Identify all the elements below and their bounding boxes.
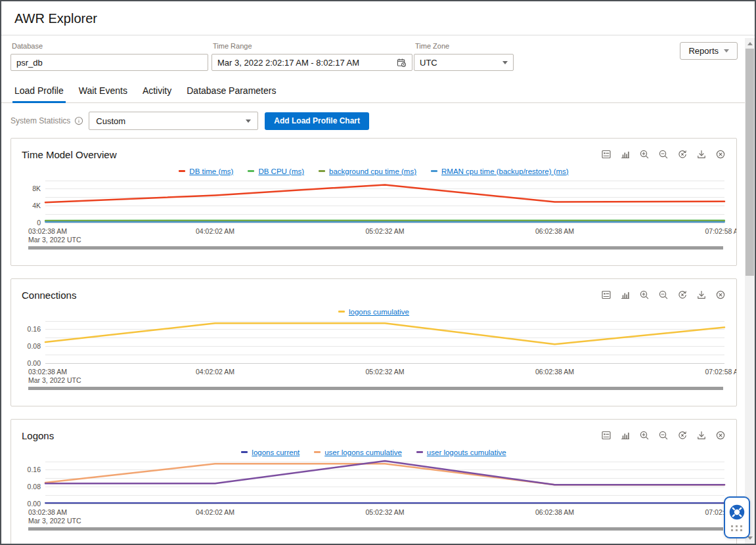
life-ring-icon[interactable] [728, 504, 745, 521]
scroll-up-arrow-icon[interactable] [745, 39, 755, 49]
legend-label[interactable]: DB CPU (ms) [258, 167, 304, 175]
legend-item: DB CPU (ms) [248, 167, 304, 175]
legend-item: logons current [241, 448, 300, 456]
legend-swatch-icon [179, 170, 185, 172]
chart-panel-logons: Logons logons currentuser logons cumulat… [11, 419, 737, 545]
chart-range-scrollbar[interactable] [28, 246, 723, 250]
chart-plot-area: 0.000.080.16 [22, 458, 726, 508]
chart-plot-area: 0.000.080.16 [22, 317, 726, 367]
chart-series-line [45, 464, 724, 485]
line-chart-svg: 0.000.080.16 [22, 317, 728, 367]
download-icon[interactable] [696, 430, 707, 441]
tab-wait-events[interactable]: Wait Events [77, 83, 129, 103]
data-table-icon[interactable] [601, 149, 611, 160]
calendar-clock-icon[interactable] [397, 58, 407, 68]
remove-chart-icon[interactable] [715, 290, 726, 300]
bar-chart-icon[interactable] [620, 149, 631, 160]
chevron-down-icon [246, 120, 251, 123]
time-range-label: Time Range [213, 42, 412, 50]
data-table-icon[interactable] [601, 290, 611, 300]
chart-panel-time-model-overview: Time Model Overview DB time (ms)DB CPU (… [11, 138, 737, 266]
chart-plot-area: 04K8K [22, 177, 726, 227]
system-statistics-row: System Statistics Custom Add Load Profil… [11, 112, 746, 130]
chart-range-scrollbar[interactable] [28, 527, 723, 531]
x-axis-tick: 03:02:38 AMMar 3, 2022 UTC [28, 508, 81, 525]
data-table-icon[interactable] [601, 430, 611, 441]
bar-chart-icon[interactable] [620, 290, 631, 300]
legend-label[interactable]: DB time (ms) [189, 167, 233, 175]
database-label: Database [12, 42, 208, 50]
zoom-in-icon[interactable] [639, 290, 650, 300]
reports-button-label: Reports [688, 46, 719, 56]
drag-handle-dots-icon[interactable] [731, 525, 743, 531]
x-axis-tick: 03:02:38 AMMar 3, 2022 UTC [28, 368, 81, 385]
reset-zoom-icon[interactable] [677, 430, 688, 441]
x-axis-tick: 07:02:58 AM [705, 368, 737, 376]
x-axis-tick: 03:02:38 AMMar 3, 2022 UTC [28, 227, 81, 244]
chart-legend: logons cumulative [22, 303, 726, 317]
legend-label[interactable]: user logons cumulative [324, 448, 402, 456]
svg-text:0.08: 0.08 [28, 483, 41, 490]
zoom-out-icon[interactable] [658, 149, 669, 160]
legend-item: DB time (ms) [179, 167, 233, 175]
time-zone-label: Time Zone [415, 42, 514, 50]
zoom-in-icon[interactable] [639, 430, 650, 441]
tab-load-profile[interactable]: Load Profile [12, 83, 66, 103]
zoom-out-icon[interactable] [658, 290, 669, 300]
tab-database-parameters[interactable]: Database Parameters [185, 83, 278, 103]
chart-series-line [45, 323, 724, 344]
vertical-scrollbar[interactable] [745, 38, 755, 544]
chart-range-scrollbar[interactable] [28, 387, 723, 390]
svg-text:8K: 8K [32, 185, 41, 192]
legend-label[interactable]: user logouts cumulative [427, 448, 506, 456]
scrollbar-thumb[interactable] [745, 49, 754, 276]
tab-bar: Load Profile Wait Events Activity Databa… [1, 83, 746, 103]
x-axis-tick: 04:02:02 AM [196, 227, 234, 236]
chart-toolbar [601, 290, 726, 300]
chart-x-axis: 03:02:38 AMMar 3, 2022 UTC04:02:02 AM05:… [22, 227, 726, 245]
chevron-down-icon [724, 49, 729, 53]
add-load-profile-chart-button[interactable]: Add Load Profile Chart [265, 112, 369, 130]
x-axis-tick: 06:02:38 AM [535, 368, 574, 376]
tab-activity[interactable]: Activity [141, 83, 173, 103]
remove-chart-icon[interactable] [715, 430, 726, 441]
reports-button[interactable]: Reports [680, 42, 738, 60]
svg-text:0.00: 0.00 [28, 359, 41, 367]
zoom-in-icon[interactable] [639, 149, 650, 160]
page-title: AWR Explorer [14, 11, 755, 26]
reset-zoom-icon[interactable] [677, 149, 688, 160]
legend-swatch-icon [319, 170, 325, 172]
legend-item: RMAN cpu time (backup/restore) (ms) [431, 167, 569, 175]
reset-zoom-icon[interactable] [677, 290, 688, 300]
chart-toolbar [601, 430, 726, 441]
controls-row: Database Time Range Mar 3, 2022 2:02:17 … [1, 35, 746, 79]
x-axis-tick: 05:02:32 AM [366, 227, 405, 236]
legend-label[interactable]: RMAN cpu time (backup/restore) (ms) [441, 167, 569, 175]
time-range-value: Mar 3, 2022 2:02:17 AM - 8:02:17 AM [217, 58, 359, 68]
download-icon[interactable] [696, 290, 707, 300]
database-input[interactable] [16, 58, 202, 68]
legend-label[interactable]: background cpu time (ms) [329, 167, 416, 175]
time-zone-select[interactable]: UTC [414, 54, 514, 71]
legend-label[interactable]: logons cumulative [349, 308, 409, 316]
system-statistics-select[interactable]: Custom [89, 112, 258, 130]
chart-title: Logons [22, 430, 54, 441]
system-statistics-value: Custom [96, 116, 125, 126]
info-icon[interactable] [74, 116, 83, 125]
zoom-out-icon[interactable] [658, 430, 669, 441]
chart-toolbar [601, 149, 726, 160]
legend-swatch-icon [248, 170, 254, 172]
chart-legend: logons currentuser logons cumulativeuser… [22, 443, 726, 458]
legend-label[interactable]: logons current [252, 448, 300, 456]
svg-text:0.16: 0.16 [28, 466, 41, 473]
remove-chart-icon[interactable] [715, 149, 726, 160]
help-widget[interactable] [724, 496, 750, 538]
x-axis-tick: 05:02:32 AM [366, 508, 405, 517]
legend-swatch-icon [431, 170, 437, 172]
time-range-input[interactable]: Mar 3, 2022 2:02:17 AM - 8:02:17 AM [211, 54, 412, 71]
x-axis-tick: 04:02:02 AM [196, 508, 234, 517]
download-icon[interactable] [696, 149, 707, 160]
bar-chart-icon[interactable] [620, 430, 631, 441]
chart-series-line [45, 185, 724, 202]
x-axis-tick: 05:02:32 AM [366, 368, 405, 376]
